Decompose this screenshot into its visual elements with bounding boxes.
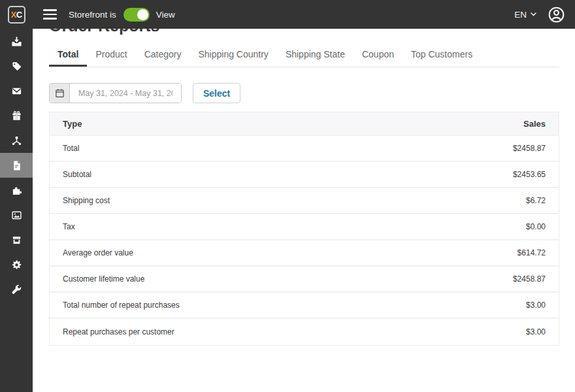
table-row: Repeat purchases per customer $3.00 — [50, 319, 559, 345]
storefront-toggle[interactable] — [123, 8, 150, 22]
calendar-button[interactable] — [50, 84, 70, 103]
sidebar-item-sales-channels[interactable] — [0, 128, 33, 153]
row-type: Repeat purchases per customer — [63, 327, 174, 336]
tab-product[interactable]: Product — [87, 49, 135, 67]
sidebar — [0, 29, 33, 392]
menu-icon[interactable] — [39, 5, 61, 24]
sidebar-item-promotions[interactable] — [0, 103, 33, 128]
sidebar-item-settings[interactable] — [0, 252, 33, 277]
date-range-group — [49, 83, 182, 103]
row-sales: $3.00 — [526, 327, 546, 336]
table-row: Customer lifetime value $2458.87 — [50, 267, 559, 293]
hub-icon — [11, 135, 22, 146]
row-type: Customer lifetime value — [63, 274, 144, 284]
column-header-sales: Sales — [523, 119, 546, 129]
puzzle-icon — [11, 185, 22, 196]
tab-top-customers[interactable]: Top Customers — [402, 49, 481, 67]
document-icon — [11, 160, 22, 171]
account-menu[interactable] — [548, 6, 565, 24]
language-selector[interactable]: EN — [514, 10, 536, 20]
image-icon — [11, 210, 22, 221]
xc-logo[interactable]: XC — [8, 6, 25, 24]
row-sales: $614.72 — [518, 248, 546, 257]
chevron-down-icon — [531, 12, 536, 16]
table-row: Tax $0.00 — [50, 214, 559, 240]
tab-total[interactable]: Total — [49, 49, 87, 67]
logo-letter-c: C — [16, 10, 22, 20]
row-sales: $2453.65 — [513, 170, 546, 179]
row-sales: $6.72 — [526, 196, 546, 205]
report-tabs: Total Product Category Shipping Country … — [49, 49, 559, 67]
main-content: Order Reports Total Product Category Shi… — [33, 0, 575, 346]
table-header: Type Sales — [50, 112, 559, 136]
tab-shipping-state[interactable]: Shipping State — [277, 49, 353, 67]
language-label: EN — [514, 10, 527, 20]
gear-icon — [11, 259, 22, 270]
row-sales: $2458.87 — [513, 144, 546, 153]
logo-cell: XC — [0, 6, 33, 24]
sidebar-item-tools[interactable] — [0, 277, 33, 302]
row-type: Total number of repeat purchases — [63, 301, 180, 310]
row-sales: $0.00 — [526, 222, 546, 231]
topbar-right: EN — [514, 6, 575, 24]
gift-icon — [11, 110, 22, 122]
column-header-type: Type — [63, 119, 82, 129]
inbox-arrow-icon — [11, 36, 22, 47]
table-row: Subtotal $2453.65 — [50, 162, 559, 188]
table-row: Average order value $614.72 — [50, 240, 559, 267]
tab-coupon[interactable]: Coupon — [353, 49, 402, 67]
table-row: Total number of repeat purchases $3.00 — [50, 293, 559, 319]
account-icon — [548, 6, 565, 24]
tab-shipping-country[interactable]: Shipping Country — [189, 49, 276, 67]
storefront-status-label: Storefront is — [69, 10, 116, 20]
envelope-icon — [11, 86, 22, 97]
sidebar-item-apps[interactable] — [0, 178, 33, 203]
sidebar-item-communications[interactable] — [0, 78, 33, 103]
sidebar-item-storefront[interactable] — [0, 227, 33, 252]
select-button[interactable]: Select — [193, 83, 240, 103]
table-row: Shipping cost $6.72 — [50, 188, 559, 214]
row-sales: $2458.87 — [513, 274, 546, 284]
report-table: Type Sales Total $2458.87 Subtotal $2453… — [49, 112, 559, 346]
store-icon — [11, 235, 22, 246]
view-storefront-link[interactable]: View — [156, 10, 175, 20]
row-type: Subtotal — [63, 170, 91, 179]
row-type: Total — [63, 144, 79, 153]
row-type: Tax — [63, 222, 75, 231]
sidebar-item-catalog[interactable] — [0, 54, 33, 78]
tag-icon — [11, 61, 22, 72]
logo-letter-x: X — [10, 10, 16, 20]
topbar: XC Storefront is View EN — [0, 0, 575, 29]
sidebar-item-content[interactable] — [0, 203, 33, 227]
wrench-icon — [11, 284, 22, 295]
sidebar-item-orders[interactable] — [0, 29, 33, 54]
sidebar-item-reports[interactable] — [0, 153, 33, 178]
calendar-icon — [55, 88, 65, 98]
row-type: Average order value — [63, 248, 133, 257]
filter-controls: Select — [49, 83, 559, 103]
date-range-input[interactable] — [70, 84, 181, 103]
row-sales: $3.00 — [526, 301, 546, 310]
row-type: Shipping cost — [63, 196, 110, 205]
toggle-knob — [137, 9, 148, 20]
tab-category[interactable]: Category — [136, 49, 190, 67]
table-row: Total $2458.87 — [50, 136, 559, 162]
